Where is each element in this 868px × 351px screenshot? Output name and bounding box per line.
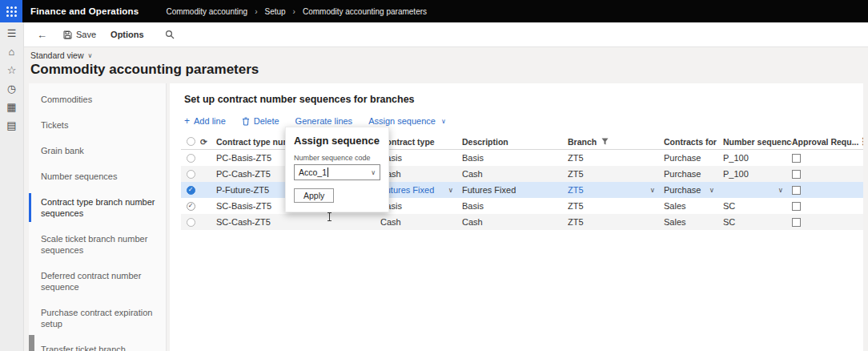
chevron-down-icon: ∨ bbox=[88, 52, 93, 59]
column-header-approval-required[interactable]: Approval Requ... ⋮ bbox=[792, 134, 863, 149]
approval-checkbox[interactable] bbox=[792, 218, 801, 227]
sidebar-item-scale-ticket-branch-number-sequences[interactable]: Scale ticket branch number sequences bbox=[29, 226, 166, 263]
cell-number-sequence-code[interactable]: SC bbox=[723, 198, 792, 214]
popup-title: Assign sequence bbox=[294, 135, 380, 147]
cell-description[interactable]: Futures Fixed bbox=[462, 182, 568, 198]
cell-branch[interactable]: ZT5 bbox=[568, 198, 664, 214]
cell-branch[interactable]: ZT5 ∨ bbox=[568, 182, 664, 198]
cell-description[interactable]: Cash bbox=[462, 214, 568, 230]
cell-branch[interactable]: ZT5 bbox=[568, 150, 664, 166]
chevron-down-icon[interactable]: ∨ bbox=[448, 186, 457, 194]
settings-sidebar: Commodities Tickets Grain bank Number se… bbox=[29, 83, 167, 351]
sidebar-item-commodities[interactable]: Commodities bbox=[29, 87, 166, 112]
assign-sequence-button[interactable]: Assign sequence ∨ bbox=[368, 116, 446, 126]
cell-contracts-for[interactable]: Purchase bbox=[664, 166, 723, 182]
cell-description[interactable]: Basis bbox=[462, 198, 568, 214]
menu-icon[interactable]: ☰ bbox=[7, 28, 17, 39]
sidebar-item-purchase-contract-expiration-setup[interactable]: Purchase contract expiration setup bbox=[29, 300, 166, 337]
column-header-contract-type[interactable]: Contract type bbox=[380, 134, 462, 149]
cell-contracts-for[interactable]: Purchase ∨ bbox=[664, 182, 723, 198]
table-row[interactable]: PC-Basis-ZT5 Basis Basis ZT5 Purchase P_… bbox=[181, 150, 863, 166]
favorites-star-icon[interactable]: ☆ bbox=[7, 65, 17, 76]
approval-checkbox[interactable] bbox=[792, 202, 801, 211]
cell-number-sequence-code[interactable]: ∨ bbox=[723, 182, 792, 198]
top-app-bar: Finance and Operations Commodity account… bbox=[0, 0, 868, 22]
cell-description[interactable]: Basis bbox=[462, 150, 568, 166]
column-header-description[interactable]: Description bbox=[462, 134, 568, 149]
cell-contracts-for[interactable]: Sales bbox=[664, 198, 723, 214]
approval-checkbox[interactable] bbox=[792, 186, 801, 195]
cell-number-sequence-code[interactable]: P_100 bbox=[723, 150, 792, 166]
home-icon[interactable]: ⌂ bbox=[9, 46, 15, 58]
sidebar-item-number-sequences[interactable]: Number sequences bbox=[29, 163, 166, 189]
back-button[interactable]: ← bbox=[37, 29, 47, 41]
table-row-selected[interactable]: ✓ P-Future-ZT5 Futures Fixed ∨ Futures F… bbox=[181, 182, 863, 198]
breadcrumb: Commodity accounting › Setup › Commodity… bbox=[166, 7, 427, 16]
cell-contract-type[interactable]: Basis bbox=[380, 150, 462, 166]
filter-funnel-icon[interactable] bbox=[601, 138, 609, 145]
row-select-circle-marked[interactable]: ✓ bbox=[187, 202, 195, 211]
sidebar-item-tickets[interactable]: Tickets bbox=[29, 112, 166, 138]
cell-branch[interactable]: ZT5 bbox=[568, 214, 664, 230]
save-button[interactable]: Save bbox=[63, 30, 96, 39]
row-select-circle[interactable] bbox=[187, 154, 195, 163]
add-line-button[interactable]: + Add line bbox=[184, 115, 226, 127]
breadcrumb-item[interactable]: Setup bbox=[264, 7, 285, 16]
sidebar-scrollbar[interactable] bbox=[29, 335, 34, 351]
cell-branch[interactable]: ZT5 bbox=[568, 166, 664, 182]
cell-number-sequence-code[interactable]: P_100 bbox=[723, 166, 792, 182]
row-select-circle[interactable] bbox=[187, 218, 195, 227]
workspaces-icon[interactable]: ▦ bbox=[6, 102, 16, 113]
sidebar-item-contract-type-branch-number-sequences[interactable]: Contract type branch number sequences bbox=[29, 189, 166, 226]
apply-button[interactable]: Apply bbox=[294, 188, 334, 203]
row-select-circle-checked[interactable]: ✓ bbox=[187, 186, 195, 195]
cell-contract-type[interactable]: Basis bbox=[380, 198, 462, 214]
table-row[interactable]: SC-Cash-ZT5 Cash Cash ZT5 Sales SC bbox=[181, 214, 863, 230]
trash-icon bbox=[242, 117, 250, 126]
chevron-down-icon[interactable]: ∨ bbox=[371, 169, 376, 176]
sidebar-item-transfer-ticket-branch-governing[interactable]: Transfer ticket branch governing bbox=[29, 337, 166, 351]
command-bar: ← Save Options bbox=[24, 22, 868, 47]
table-row[interactable]: ✓ SC-Basis-ZT5 Basis Basis ZT5 Sales SC bbox=[181, 198, 863, 214]
column-header-contracts-for[interactable]: Contracts for bbox=[664, 134, 723, 149]
chevron-down-icon[interactable]: ∨ bbox=[650, 186, 659, 194]
cell-contracts-for[interactable]: Purchase bbox=[664, 150, 723, 166]
generate-lines-button[interactable]: Generate lines bbox=[295, 116, 353, 126]
cell-contract-type[interactable]: Futures Fixed ∨ bbox=[380, 182, 462, 198]
delete-button[interactable]: Delete bbox=[242, 116, 279, 126]
table-row[interactable]: PC-Cash-ZT5 Cash Cash ZT5 Purchase P_100 bbox=[181, 166, 863, 182]
cell-contracts-for[interactable]: Sales bbox=[664, 214, 723, 230]
column-header-number-sequence-code[interactable]: Number sequence code bbox=[723, 134, 792, 149]
left-nav-rail: ☰ ⌂ ☆ ◷ ▦ ▤ bbox=[0, 22, 24, 351]
mouse-text-cursor bbox=[329, 212, 330, 221]
assign-sequence-popup: Assign sequence Number sequence code Acc… bbox=[285, 127, 389, 212]
chevron-down-icon[interactable]: ∨ bbox=[709, 186, 718, 194]
cell-number-sequence-code[interactable]: SC bbox=[723, 214, 792, 230]
search-button[interactable] bbox=[165, 30, 175, 39]
column-header-branch[interactable]: Branch bbox=[568, 134, 664, 149]
sidebar-item-grain-bank[interactable]: Grain bank bbox=[29, 138, 166, 163]
recent-clock-icon[interactable]: ◷ bbox=[7, 83, 16, 95]
cell-contract-type[interactable]: Cash bbox=[380, 214, 462, 230]
approval-checkbox[interactable] bbox=[792, 170, 801, 179]
approval-checkbox[interactable] bbox=[792, 154, 801, 163]
breadcrumb-item[interactable]: Commodity accounting bbox=[166, 7, 247, 16]
select-all-circle[interactable] bbox=[187, 137, 195, 146]
branch-sequences-grid: ⟳ Contract type number sequence Contract… bbox=[181, 134, 863, 230]
chevron-right-icon: › bbox=[293, 7, 295, 16]
app-launcher-waffle-icon[interactable] bbox=[0, 0, 22, 22]
view-selector[interactable]: Standard view ∨ bbox=[30, 50, 92, 60]
refresh-icon[interactable]: ⟳ bbox=[200, 137, 207, 147]
sidebar-item-deferred-contract-number-sequence[interactable]: Deferred contract number sequence bbox=[29, 263, 166, 300]
number-sequence-code-input[interactable]: Acco_1 ∨ bbox=[294, 164, 380, 180]
cell-contract-type-number-sequence[interactable]: SC-Cash-ZT5 bbox=[216, 214, 380, 230]
options-button[interactable]: Options bbox=[111, 30, 144, 39]
row-select-circle[interactable] bbox=[187, 170, 195, 179]
app-title[interactable]: Finance and Operations bbox=[30, 6, 139, 16]
breadcrumb-item[interactable]: Commodity accounting parameters bbox=[303, 7, 427, 16]
cell-description[interactable]: Cash bbox=[462, 166, 568, 182]
chevron-down-icon[interactable]: ∨ bbox=[778, 186, 787, 194]
cell-contract-type[interactable]: Cash bbox=[380, 166, 462, 182]
modules-list-icon[interactable]: ▤ bbox=[6, 120, 16, 131]
grid-options-ellipsis-icon[interactable]: ⋮ bbox=[858, 136, 863, 147]
